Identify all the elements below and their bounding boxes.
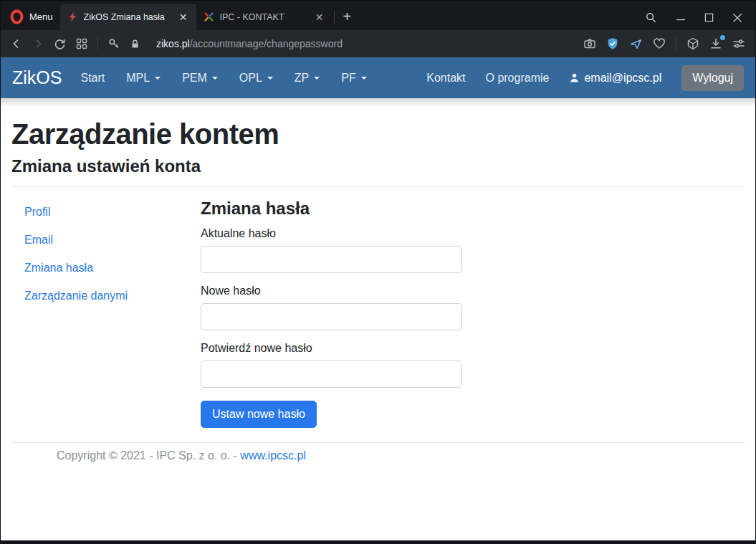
search-icon[interactable] [645, 11, 657, 24]
chevron-down-icon [212, 77, 218, 80]
tab-separator [334, 11, 335, 24]
form-heading: Zmiana hasła [201, 199, 462, 219]
snapshot-camera-icon[interactable] [583, 37, 596, 50]
sidebar-item-zarzadzanie-danymi[interactable]: Zarządzanie danymi [24, 290, 201, 302]
confirm-password-group: Potwierdź nowe hasło [201, 342, 462, 395]
tab-zikos[interactable]: ZikOS Zmiana hasła ✕ [60, 4, 196, 30]
easy-setup-sliders-icon[interactable] [732, 37, 745, 50]
key-icon[interactable] [108, 38, 120, 49]
new-password-group: Nowe hasło [201, 285, 462, 338]
page-footer: Copyright © 2021 - IPC Sp. z o. o. - www… [11, 442, 745, 469]
confirm-password-label: Potwierdź nowe hasło [201, 342, 462, 355]
nav-item-pf[interactable]: PF [341, 72, 366, 85]
sidebar-item-zmiana-hasla[interactable]: Zmiana hasła [24, 262, 201, 275]
nav-item-start[interactable]: Start [80, 72, 105, 85]
opera-logo-icon [9, 9, 24, 24]
url-host: zikos.pl [156, 38, 190, 49]
nav-item-pem[interactable]: PEM [182, 72, 218, 85]
chevron-down-icon [155, 77, 161, 80]
page-title: Zarządzanie kontem [11, 118, 745, 151]
toolbar-separator [97, 37, 98, 50]
browser-toolbar: zikos.pl/accountmanage/changepassword [1, 30, 755, 57]
brand-link[interactable]: ZikOS [12, 67, 62, 88]
menu-label: Menu [29, 11, 53, 22]
nav-item-opl[interactable]: OPL [239, 72, 273, 85]
nav-item-mpl[interactable]: MPL [126, 72, 161, 85]
address-bar[interactable]: zikos.pl/accountmanage/changepassword [156, 38, 573, 49]
current-password-group: Aktualne hasło [201, 227, 462, 280]
reload-icon[interactable] [54, 38, 66, 50]
page-subtitle: Zmiana ustawień konta [11, 156, 745, 176]
user-account-link[interactable]: email@ipcsc.pl [569, 72, 661, 85]
forward-icon[interactable] [32, 38, 44, 49]
sidebar-item-profil[interactable]: Profil [24, 206, 201, 219]
new-password-label: Nowe hasło [201, 285, 462, 297]
logout-button[interactable]: Wyloguj [681, 65, 744, 91]
change-password-form: Zmiana hasła Aktualne hasło Nowe hasło P… [201, 197, 462, 428]
new-tab-button[interactable]: + [343, 9, 352, 25]
nav-item-zp[interactable]: ZP [295, 72, 320, 85]
account-sidebar: Profil Email Zmiana hasła Zarządzanie da… [11, 197, 201, 428]
workspaces-grid-icon[interactable] [76, 38, 87, 49]
chevron-down-icon [314, 77, 320, 80]
downloads-icon[interactable] [709, 37, 722, 50]
browser-tab-bar: Menu ZikOS Zmiana hasła ✕ IPC - KONTAKT … [1, 0, 755, 30]
download-badge-dot [720, 35, 725, 40]
extensions-cube-icon[interactable] [686, 37, 699, 50]
ipcsc-link[interactable]: www.ipcsc.pl [240, 449, 306, 462]
taskbar-edge [1, 540, 755, 544]
account-manage-page: Zarządzanie kontem Zmiana ustawień konta… [1, 118, 755, 469]
confirm-password-input[interactable] [201, 361, 462, 388]
browser-window: Menu ZikOS Zmiana hasła ✕ IPC - KONTAKT … [0, 0, 756, 544]
new-password-input[interactable] [201, 303, 462, 330]
window-close-icon[interactable] [732, 13, 742, 23]
divider [11, 186, 745, 187]
copyright-text: Copyright © 2021 - IPC Sp. z o. o. - [57, 449, 240, 462]
site-navbar: ZikOS Start MPL PEM OPL ZP PF Kontakt O … [1, 57, 755, 98]
sidebar-item-email[interactable]: Email [24, 234, 201, 247]
current-password-input[interactable] [201, 246, 462, 273]
chevron-down-icon [267, 77, 273, 80]
window-maximize-icon[interactable] [704, 13, 714, 22]
set-new-password-button[interactable]: Ustaw nowe hasło [201, 401, 317, 428]
toolbar-separator [676, 37, 676, 50]
chevron-down-icon [361, 77, 367, 80]
url-path: /accountmanage/changepassword [190, 38, 343, 49]
back-icon[interactable] [11, 38, 22, 49]
close-tab-icon[interactable]: ✕ [314, 11, 325, 24]
tab-title: IPC - KONTAKT [220, 12, 308, 22]
user-email: email@ipcsc.pl [584, 72, 661, 85]
joomla-favicon-icon [204, 11, 214, 22]
lock-icon[interactable] [130, 39, 140, 49]
opera-menu-button[interactable]: Menu [1, 4, 60, 30]
person-icon [569, 72, 580, 83]
zikos-favicon-lightning-icon [67, 11, 78, 22]
tab-title: ZikOS Zmiana hasła [84, 12, 172, 22]
close-tab-icon[interactable]: ✕ [178, 11, 189, 24]
main-menu: Start MPL PEM OPL ZP PF [80, 72, 366, 85]
shield-vpn-icon[interactable] [606, 37, 619, 50]
tab-ipc-kontakt[interactable]: IPC - KONTAKT ✕ [196, 4, 332, 30]
my-flow-paper-plane-icon[interactable] [629, 37, 643, 51]
nav-item-kontakt[interactable]: Kontakt [426, 72, 465, 85]
current-password-label: Aktualne hasło [201, 227, 462, 240]
nav-item-o-programie[interactable]: O programie [485, 72, 549, 85]
window-minimize-icon[interactable] [676, 13, 686, 23]
navbar-shadow [1, 98, 755, 107]
heart-bookmark-icon[interactable] [653, 37, 666, 50]
